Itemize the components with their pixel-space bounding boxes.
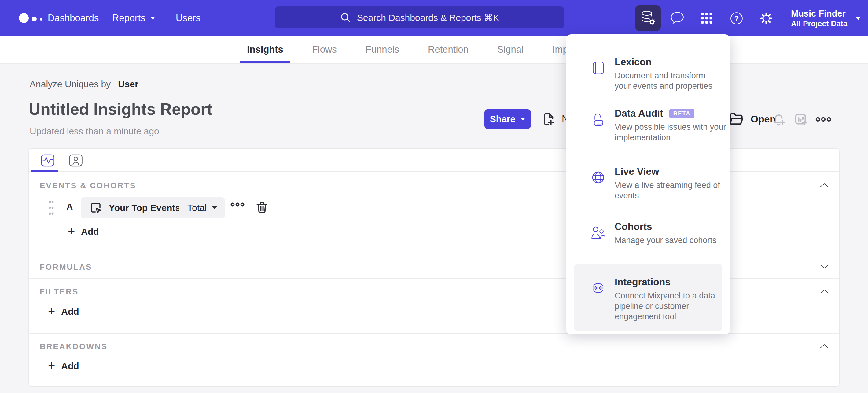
section-breakdowns-collapse[interactable] [819, 342, 830, 350]
logo-dot-icon [32, 17, 37, 22]
menu-item-cohorts[interactable]: Cohorts Manage your saved cohorts [590, 221, 724, 246]
analyze-prefix: Analyze Uniques by [30, 79, 111, 89]
section-breakdowns-label: BREAKDOWNS [40, 342, 107, 352]
project-name: Music Finder [791, 8, 847, 19]
add-breakdown-button[interactable]: + Add [48, 361, 79, 371]
add-event-button[interactable]: + Add [68, 226, 99, 237]
logo-dot-icon [40, 18, 42, 21]
svg-text:?: ? [735, 15, 739, 23]
menu-item-description: View a live streaming feed of events [615, 180, 720, 201]
data-audit-lock-icon [590, 111, 607, 128]
apps-button[interactable] [699, 10, 715, 26]
bell-plus-icon [771, 112, 786, 127]
event-selector-pill[interactable]: Your Top Events [81, 197, 189, 218]
tab-profiles-view[interactable] [67, 151, 85, 169]
chevron-down-icon [150, 17, 155, 20]
database-gear-icon [639, 9, 657, 27]
mixpanel-logo[interactable] [19, 0, 42, 36]
section-events-collapse[interactable] [819, 181, 830, 189]
nav-reports[interactable]: Reports [112, 0, 155, 36]
data-management-button[interactable] [635, 5, 661, 31]
project-selector[interactable]: Music Finder All Project Data [791, 0, 861, 36]
nav-users[interactable]: Users [176, 0, 200, 36]
menu-item-description: Manage your saved cohorts [615, 235, 716, 246]
menu-item-description: View possible issues with your implement… [615, 122, 726, 143]
drag-dots-icon [49, 200, 54, 216]
chevron-down-icon [856, 17, 861, 20]
search-input[interactable]: Search Dashboards & Reports ⌘K [275, 6, 564, 28]
chart-plus-icon [794, 112, 808, 127]
logo-dot-icon [19, 13, 29, 23]
menu-item-live-view[interactable]: Live View View a live streaming feed of … [590, 166, 724, 201]
add-to-dashboard-button[interactable] [794, 112, 808, 127]
drag-handle[interactable] [49, 200, 54, 216]
chevron-down-icon [212, 206, 217, 209]
beta-badge: BETA [669, 109, 694, 118]
menu-item-title: Lexicon [615, 56, 652, 68]
tab-retention[interactable]: Retention [426, 36, 471, 63]
cohorts-people-icon [590, 224, 607, 241]
chevron-up-icon [819, 181, 830, 189]
ellipsis-icon [230, 201, 245, 208]
plus-icon: + [48, 305, 55, 317]
tab-events-view[interactable] [39, 151, 57, 169]
integrations-sync-icon [590, 279, 607, 297]
analyze-entity-selector[interactable]: User [118, 79, 138, 89]
analyze-by-line: Analyze Uniques by User [30, 79, 138, 89]
pulse-chart-tab-icon [39, 151, 57, 169]
active-tab-underline [31, 170, 58, 172]
apps-grid-icon [699, 10, 715, 26]
settings-button[interactable] [758, 10, 775, 27]
share-button[interactable]: Share [485, 109, 531, 129]
tab-flows[interactable]: Flows [310, 36, 339, 63]
add-filter-button[interactable]: + Add [48, 306, 79, 317]
profile-tab-icon [67, 151, 85, 169]
chevron-down-icon [819, 263, 830, 270]
section-formulas-label: FORMULAS [40, 262, 92, 272]
trash-icon [255, 200, 269, 215]
create-alert-button[interactable] [771, 112, 786, 127]
menu-item-description: Connect Mixpanel to a data pipeline or c… [615, 290, 715, 322]
menu-item-title: Cohorts [615, 221, 652, 232]
help-button[interactable]: ? [728, 10, 745, 27]
open-report-button[interactable]: Open [728, 109, 776, 130]
metric-dropdown[interactable]: Total [179, 197, 225, 218]
live-view-globe-icon [590, 169, 607, 186]
search-placeholder: Search Dashboards & Reports ⌘K [357, 12, 499, 23]
event-name: Your Top Events [109, 203, 180, 213]
chevron-up-icon [819, 342, 830, 350]
top-navigation: Dashboards Reports Users Search Dashboar… [0, 0, 868, 36]
ellipsis-icon [815, 116, 832, 123]
section-formulas-expand[interactable] [819, 263, 830, 270]
event-row-delete-button[interactable] [255, 200, 269, 215]
menu-item-description: Document and transform your events and p… [615, 71, 712, 91]
nav-users-label: Users [176, 12, 200, 24]
chevron-up-icon [819, 288, 830, 295]
menu-item-integrations[interactable]: Integrations Connect Mixpanel to a data … [590, 276, 724, 322]
section-filters-collapse[interactable] [819, 288, 830, 295]
lexicon-book-icon [590, 59, 607, 77]
nav-dashboards[interactable]: Dashboards [48, 0, 99, 36]
report-type-tabs: Insights Flows Funnels Retention Signal … [245, 36, 583, 63]
metric-value: Total [187, 203, 207, 213]
project-scope: All Project Data [791, 19, 847, 28]
updated-timestamp: Updated less than a minute ago [30, 126, 159, 137]
plus-icon: + [68, 225, 75, 237]
menu-item-lexicon[interactable]: Lexicon Document and transform your even… [590, 56, 724, 91]
section-filters-label: FILTERS [40, 287, 79, 297]
tab-funnels[interactable]: Funnels [363, 36, 402, 63]
event-row-more-button[interactable] [230, 201, 245, 208]
feedback-button[interactable] [669, 10, 686, 27]
file-plus-icon [541, 112, 556, 126]
tab-insights[interactable]: Insights [245, 36, 286, 63]
more-actions-button[interactable] [815, 116, 832, 123]
menu-item-title: Integrations [615, 276, 671, 288]
nav-reports-label: Reports [112, 12, 146, 24]
menu-item-data-audit[interactable]: Data Audit BETA View possible issues wit… [590, 108, 724, 143]
menu-item-title: Data Audit [615, 108, 663, 119]
tab-signal[interactable]: Signal [495, 36, 526, 63]
settings-gear-icon [758, 10, 775, 27]
nav-dashboards-label: Dashboards [48, 12, 99, 24]
menu-item-title: Live View [615, 166, 659, 177]
series-letter: A [66, 202, 73, 212]
